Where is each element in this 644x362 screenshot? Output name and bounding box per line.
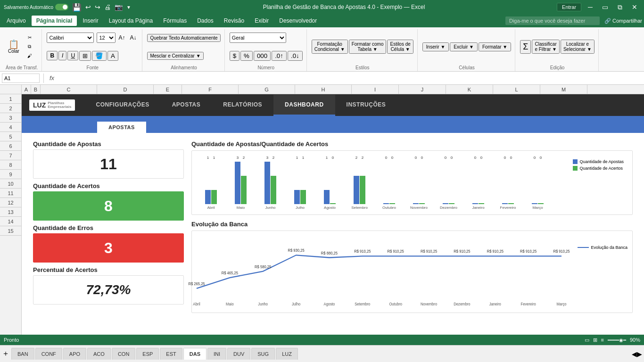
menu-dados[interactable]: Dados	[192, 16, 218, 26]
increase-font-button[interactable]: A↑	[116, 33, 127, 42]
percent-button[interactable]: %	[240, 51, 253, 61]
conditional-format-button[interactable]: FormataçãoCondicional ▼	[312, 40, 348, 54]
insert-cells-button[interactable]: Inserir ▼	[422, 42, 449, 51]
bar-acertos-Setembro[interactable]	[360, 176, 365, 204]
cell-reference-input[interactable]	[2, 74, 40, 83]
search-input[interactable]	[505, 16, 600, 25]
save-icon[interactable]: 💾	[72, 3, 82, 12]
minimize-icon[interactable]: ─	[585, 3, 595, 11]
col-header-d[interactable]: D	[97, 85, 154, 94]
cell-styles-button[interactable]: Estilos deCélula ▼	[387, 40, 413, 54]
delete-cells-button[interactable]: Excluir ▼	[450, 42, 478, 51]
bar-acertos-Março[interactable]	[538, 203, 544, 204]
restore-icon[interactable]: ▭	[599, 3, 611, 11]
fill-color-button[interactable]: 🪣	[92, 51, 107, 61]
comma-button[interactable]: 000	[254, 51, 271, 61]
sheet-tab-sug[interactable]: SUG	[251, 348, 275, 360]
bold-button[interactable]: B	[47, 51, 58, 60]
fill-button[interactable]: Classificare Filtrar ▼	[532, 40, 560, 54]
sub-tab-apostas[interactable]: APOSTAS	[97, 122, 146, 133]
view-layout-icon[interactable]: ⊞	[593, 337, 597, 343]
font-family-select[interactable]: Calibri	[47, 33, 94, 43]
col-header-c[interactable]: C	[41, 85, 97, 94]
bar-apostas-Fevereiro[interactable]	[502, 203, 508, 204]
col-header-b[interactable]: B	[31, 85, 41, 94]
col-header-k[interactable]: K	[446, 85, 493, 94]
nav-tab-configuracoes[interactable]: CONFIGURAÇÕES	[84, 95, 160, 116]
sheet-tab-luz[interactable]: LUZ	[276, 348, 298, 360]
sheet-tab-est[interactable]: EST	[160, 348, 182, 360]
italic-button[interactable]: I	[58, 51, 66, 60]
menu-layout[interactable]: Layout da Página	[104, 16, 157, 26]
format-cells-button[interactable]: Formatar ▼	[479, 42, 511, 51]
format-painter-button[interactable]: 🖌	[23, 52, 37, 60]
menu-inserir[interactable]: Inserir	[78, 16, 103, 26]
formula-input[interactable]	[58, 75, 642, 82]
increase-decimal-button[interactable]: .0↑	[272, 51, 287, 61]
col-header-i[interactable]: I	[352, 85, 399, 94]
bar-apostas-Abril[interactable]	[205, 190, 211, 204]
view-break-icon[interactable]: ≡	[601, 337, 604, 343]
bar-acertos-Dezembro[interactable]	[449, 203, 454, 204]
bar-apostas-Março[interactable]	[532, 203, 537, 204]
sheet-tab-con[interactable]: CON	[112, 348, 135, 360]
autosave-toggle-pill[interactable]	[55, 4, 68, 10]
col-header-a[interactable]: A	[22, 85, 31, 94]
bar-acertos-Maio[interactable]	[241, 176, 247, 204]
decrease-font-button[interactable]: A↓	[128, 33, 138, 42]
menu-pagina-inicial[interactable]: Página Inicial	[32, 16, 77, 26]
col-header-e[interactable]: E	[154, 85, 182, 94]
zoom-slider[interactable]: ━━━━◉━	[608, 337, 626, 343]
autosave-toggle[interactable]: Salvamento Automático	[4, 4, 68, 10]
signin-button[interactable]: Entrar	[557, 3, 581, 11]
sheet-tab-aco[interactable]: ACO	[87, 348, 111, 360]
close-icon[interactable]: ✕	[629, 3, 640, 11]
view-normal-icon[interactable]: ▭	[585, 337, 589, 343]
nav-tab-apostas[interactable]: APOSTAS	[161, 95, 212, 116]
nav-tab-dashboard[interactable]: DASHBOARD	[273, 95, 335, 116]
scroll-sheets-left[interactable]: ◀	[632, 350, 637, 358]
sheet-tab-esp[interactable]: ESP	[136, 348, 159, 360]
col-header-l[interactable]: L	[493, 85, 540, 94]
sheet-tab-duv[interactable]: DUV	[227, 348, 250, 360]
menu-arquivo[interactable]: Arquivo	[2, 16, 31, 26]
undo-icon[interactable]: ↩	[85, 3, 91, 11]
sheet-tab-ban[interactable]: BAN	[11, 348, 34, 360]
sheet-tab-das[interactable]: DAS	[183, 348, 206, 360]
menu-desenvolvedor[interactable]: Desenvolvedor	[274, 16, 322, 26]
autosum-button[interactable]: Σ	[520, 40, 531, 54]
underline-button[interactable]: U	[67, 51, 78, 60]
merge-center-button[interactable]: Mesclar e Centralizar ▼	[147, 52, 203, 60]
print-icon[interactable]: 🖨	[104, 3, 111, 11]
border-button[interactable]: ⊞	[79, 51, 91, 61]
font-size-select[interactable]: 12	[97, 33, 116, 43]
sheet-tab-conf[interactable]: CONF	[35, 348, 62, 360]
bar-apostas-Setembro[interactable]	[354, 176, 359, 204]
bar-acertos-Junho[interactable]	[271, 176, 276, 204]
maximize-icon[interactable]: ⧉	[615, 3, 625, 11]
copy-button[interactable]: ⧉	[23, 42, 37, 51]
col-header-f[interactable]: F	[182, 85, 239, 94]
menu-formulas[interactable]: Fórmulas	[158, 16, 191, 26]
col-header-m[interactable]: M	[540, 85, 587, 94]
bar-apostas-Julho[interactable]	[294, 190, 300, 204]
col-header-h[interactable]: H	[295, 85, 352, 94]
bar-apostas-Dezembro[interactable]	[443, 203, 448, 204]
scroll-sheets-right[interactable]: ▶	[637, 350, 642, 358]
add-sheet-icon[interactable]: ＋	[2, 349, 9, 359]
sheet-tab-apo[interactable]: APO	[63, 348, 86, 360]
font-color-button[interactable]: A	[107, 51, 118, 61]
bar-apostas-Agosto[interactable]	[324, 190, 330, 204]
bar-apostas-Novembro[interactable]	[413, 203, 419, 204]
menu-exibir[interactable]: Exibir	[250, 16, 273, 26]
cut-button[interactable]: ✂	[23, 33, 37, 41]
nav-tab-instrucoes[interactable]: INSTRUÇÕES	[335, 95, 397, 116]
col-header-g[interactable]: G	[239, 85, 295, 94]
share-button[interactable]: 🔗 Compartilhar	[604, 18, 642, 24]
bar-apostas-Janeiro[interactable]	[472, 203, 478, 204]
bar-acertos-Abril[interactable]	[211, 190, 217, 204]
dropdown-icon[interactable]: ▼	[126, 5, 131, 10]
wrap-text-button[interactable]: Quebrar Texto Automaticamente	[147, 34, 220, 42]
format-as-table-button[interactable]: Formatar comoTabela ▼	[349, 40, 387, 54]
bar-acertos-Outubro[interactable]	[389, 203, 395, 204]
